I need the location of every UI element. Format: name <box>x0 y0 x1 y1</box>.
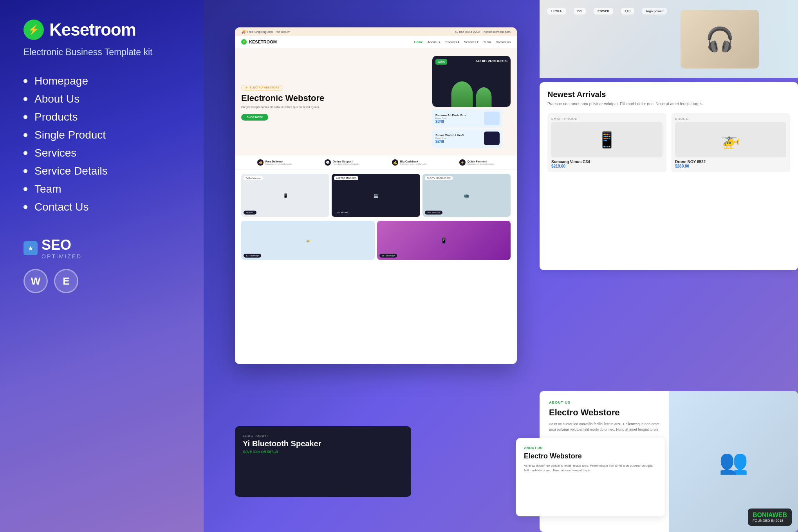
list-item[interactable]: Contact Us <box>23 201 180 213</box>
cashback-title: Big Cashback <box>400 160 427 163</box>
support-icon: 💬 <box>325 159 331 166</box>
arrival-name-0: Sumaang Venus G34 <box>551 160 663 164</box>
product-brand: 10+ BRAND <box>425 211 442 215</box>
bullet-icon <box>23 169 27 173</box>
feature-payment-text: Quick Payment Interdum enim sollicitudin… <box>468 160 495 165</box>
left-panel: ⚡ Kesetroom Electronic Business Template… <box>0 0 204 532</box>
menu-item-label: Single Product <box>34 129 106 141</box>
menu-item-label: Team <box>34 183 61 195</box>
site-logo-text: KESETROOM <box>249 40 277 44</box>
feature-support-text: Online Support Interdum enim sollicitudi… <box>333 160 360 165</box>
product-card-iphone: 📱 15+ BRAND <box>377 221 511 260</box>
discount-badge: 30% <box>435 59 447 65</box>
speaker-icon <box>451 81 473 107</box>
nav-home[interactable]: Home <box>414 40 423 44</box>
seo-star-icon: ★ <box>23 241 38 255</box>
drone-brand: 12+ BRAND <box>244 254 261 258</box>
delivery-icon: 🚚 <box>257 159 264 166</box>
logo-row: ⚡ Kesetroom <box>23 20 180 40</box>
list-item[interactable]: Single Product <box>23 129 180 141</box>
iphone-img: 📱 <box>377 221 511 260</box>
delivery-title: Free Delivery <box>265 160 292 163</box>
seo-sublabel: OPTIMIZED <box>42 253 82 260</box>
features-bar: 🚚 Free Delivery Interdum enim sollicitud… <box>235 155 517 170</box>
hero-cta-button[interactable]: SHOP NOW! <box>241 114 268 121</box>
site-hero: ⚡ ELECTRO WEBSTORE Electronic Webstore I… <box>235 48 517 155</box>
arrival-category-1: DRONE <box>675 117 786 121</box>
platform-icons: W E <box>23 269 180 293</box>
watch-name: Smart Watch Lite-3 <box>435 133 464 137</box>
seo-text: SEO OPTIMIZED <box>42 237 82 260</box>
bt-save-label: SAVE 30% OR $67.19 <box>243 450 403 454</box>
list-item[interactable]: Homepage <box>23 75 180 87</box>
bt-title: Yi Bluetooth Speaker <box>243 439 403 448</box>
list-item[interactable]: Services <box>23 147 180 159</box>
bt-promo-panel: ENDS TODAY! Yi Bluetooth Speaker SAVE 30… <box>235 426 411 497</box>
bullet-icon <box>23 187 27 191</box>
nav-services[interactable]: Services ▾ <box>464 40 478 44</box>
smartphone-emoji: 📱 <box>597 131 617 149</box>
site-logo: ⚡ KESETROOM <box>241 39 277 45</box>
email-text: hi@kesetroom.com <box>484 30 511 34</box>
nav-products[interactable]: Products ▾ <box>444 40 459 44</box>
brand-logo-ultra: ULTRA <box>547 8 566 14</box>
arrival-img-0: 📱 <box>551 122 663 157</box>
airpods-name: Banana AirPods Pro <box>435 114 466 117</box>
about-electro-text: Ac et ac auctor leo convallis facilisi l… <box>524 463 657 473</box>
payment-icon: ⚡ <box>459 159 466 166</box>
audio-product-card: 30% AUDIO PRODUCTS <box>432 56 511 107</box>
product-brand: BRAND <box>244 211 256 215</box>
right-panels: ULTRA DC POWER ⬡⬡ logo·power 🎧 Newest Ar… <box>516 0 798 532</box>
bullet-icon <box>23 115 27 119</box>
products-grid: Tablet Mockup 📱 BRAND LAPTOP MOCKUP 💻 25… <box>235 170 517 221</box>
list-item[interactable]: Service Details <box>23 165 180 177</box>
nav-team[interactable]: Team <box>483 40 491 44</box>
person-placeholder: 🎧 <box>681 10 759 69</box>
menu-item-label: Contact Us <box>34 201 89 213</box>
company-photo-section: 👥 BONIAWEB FOUNDED IN 2018 <box>669 391 798 532</box>
company-description: Ac et ac auctor leo convallis facilisi l… <box>549 422 659 432</box>
wordpress-icon: W <box>23 269 48 293</box>
founded-badge: BONIAWEB FOUNDED IN 2018 <box>748 509 792 526</box>
iphone-brand: 15+ BRAND <box>379 254 397 258</box>
product-label: OLD TV MOCKUP 002 <box>425 176 453 180</box>
arrival-category-0: SMARTPHONE <box>551 117 663 121</box>
nav-about[interactable]: About us <box>428 40 440 44</box>
product-label: LAPTOP MOCKUP <box>334 176 358 180</box>
topbar-right: +62 864 6444 2222 hi@kesetroom.com <box>453 30 511 34</box>
arrival-smartphone: SMARTPHONE 📱 Sumaang Venus G34 $219.60 <box>547 113 666 172</box>
feature-support: 💬 Online Support Interdum enim sollicitu… <box>325 159 360 166</box>
company-name: Electro Webstore <box>549 408 659 418</box>
brand-logo-power: POWER <box>594 8 613 14</box>
hero-description: Integer volutpat cursus dis nulla ut ult… <box>241 105 428 109</box>
about-electro-title: Electro Webstore <box>524 452 657 460</box>
arrivals-subtitle: Praesue non amet arcu pulvinar volutpat.… <box>547 101 790 107</box>
site-nav: ⚡ KESETROOM Home About us Products ▾ Ser… <box>235 36 517 48</box>
drone-emoji: 🚁 <box>721 131 740 149</box>
menu-list: Homepage About Us Products Single Produc… <box>23 75 180 213</box>
arrivals-title: Newest Arrivals <box>547 90 790 99</box>
side-card-info: Smart Watch Lite-3 Flash Sale $249 <box>435 133 464 144</box>
hero-title: Electronic Webstore <box>241 94 428 103</box>
payment-sub: Interdum enim sollicitudin. <box>468 163 495 165</box>
list-item[interactable]: About Us <box>23 93 180 105</box>
hero-badge: ⚡ ELECTRO WEBSTORE <box>241 85 283 90</box>
list-item[interactable]: Team <box>23 183 180 195</box>
arrival-name-1: Drone NOY 6522 <box>675 160 786 164</box>
support-sub: Interdum enim sollicitudin. <box>333 163 360 165</box>
feature-payment: ⚡ Quick Payment Interdum enim sollicitud… <box>459 159 495 166</box>
ends-today-label: ENDS TODAY! <box>243 434 403 438</box>
list-item[interactable]: Products <box>23 111 180 123</box>
arrival-drone: DRONE 🚁 Drone NOY 6522 $280.00 <box>671 113 790 172</box>
nav-contact[interactable]: Contact us <box>496 40 511 44</box>
topbar-shipping: 🚚 Free Shipping and Free Return <box>241 30 290 34</box>
logo-icon: ⚡ <box>23 20 44 40</box>
menu-item-label: Products <box>34 111 78 123</box>
drone-img: 🚁 <box>241 221 375 260</box>
site-nav-links: Home About us Products ▾ Services ▾ Team… <box>414 40 511 44</box>
watch-image <box>484 132 500 145</box>
menu-item-label: About Us <box>34 93 79 105</box>
payment-title: Quick Payment <box>468 160 495 163</box>
menu-item-label: Services <box>34 147 76 159</box>
seo-badge: ★ SEO OPTIMIZED <box>23 237 180 260</box>
